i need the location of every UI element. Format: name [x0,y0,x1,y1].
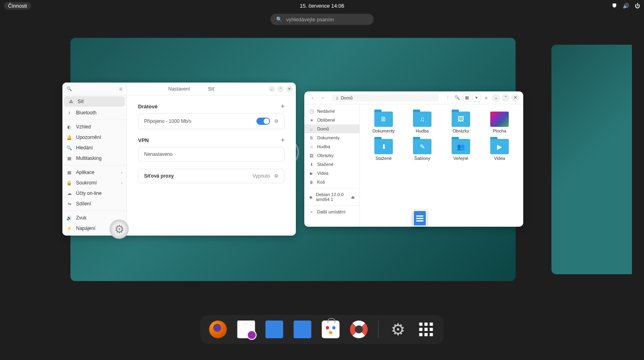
home-icon: ⌂ [336,95,339,100]
volume-icon[interactable]: 🔊 [623,3,629,9]
sidebar-item-soukromí[interactable]: 🔒Soukromí› [62,178,126,188]
activities-button[interactable]: Činnosti [4,2,31,10]
dock-show-apps[interactable] [417,321,435,338]
vpn-section-title: VPN [138,137,149,143]
files-sidebar-nedávné[interactable]: 🕒Nedávné [304,107,359,116]
maximize-icon[interactable]: ⌃ [277,86,284,92]
dock-help[interactable] [350,321,368,338]
dock-files[interactable] [294,321,312,338]
minimize-icon[interactable]: ⌄ [268,86,275,92]
sidebar-item-vzhled[interactable]: ◐Vzhled [62,122,126,132]
files-app-icon [413,210,427,226]
sidebar-item-aplikace[interactable]: ▦Aplikace› [62,167,126,178]
folder-icon: ▶ [490,139,509,154]
forward-button[interactable]: › [319,94,327,102]
icon: ◐ [66,124,72,130]
files-sidebar-dokumenty[interactable]: 🗎Dokumenty [304,133,359,142]
folder-icon: 🗎 [374,112,393,127]
sidebar-item-sdílení[interactable]: ⇋Sdílení [62,199,126,209]
add-vpn-button[interactable]: + [281,137,285,144]
eject-icon[interactable]: ⏏ [351,195,355,199]
files-sidebar-hudba[interactable]: ♫Hudba [304,142,359,151]
wired-section-title: Drátové [138,103,157,110]
power-icon[interactable]: ⏻ [635,3,640,9]
location-label: Domů [341,95,353,100]
privacy-icon[interactable]: ⛊ [612,3,617,9]
files-search-icon[interactable]: 🔍 [453,94,461,102]
files-sidebar-videa[interactable]: ▶Videa [304,169,359,178]
icon: 🖧 [68,99,74,104]
datetime-label[interactable]: 15. července 14:06 [300,3,345,9]
icon: ⇋ [66,201,72,207]
files-sidebar-stažené[interactable]: ⬇Stažené [304,160,359,169]
add-wired-button[interactable]: + [281,103,285,110]
files-sidebar-obrázky[interactable]: 🖼Obrázky [304,151,359,160]
sidebar-item-bluetooth[interactable]: ᚼBluetooth [62,108,126,118]
files-close-icon[interactable]: ✕ [511,94,519,102]
folder-icon: 👥 [452,139,470,154]
folder-videa[interactable]: ▶Videa [484,139,515,161]
search-icon: 🔍 [276,17,282,22]
icon: ▦ [66,156,72,161]
sidebar-other-locations[interactable]: + Další umístění [304,207,359,216]
icon: 🔔 [66,135,72,140]
folder-veřejné[interactable]: 👥Veřejné [445,139,477,161]
files-min-icon[interactable]: ⌄ [492,94,500,102]
files-sidebar-oblíbené[interactable]: ★Oblíbené [304,116,359,124]
files-window[interactable]: ‹ › ⌂ Domů ⋮ 🔍 ▦ ▾ ≡ ⌄ ⌃ ✕ 🕒Nedávné★Oblí… [304,91,523,227]
dock-settings[interactable]: ⚙ [389,321,407,338]
proxy-settings-icon[interactable]: ⚙ [274,173,279,179]
settings-app-icon: ⚙ [109,219,129,239]
icon: ▦ [66,170,72,175]
files-max-icon[interactable]: ⌃ [502,94,510,102]
vpn-status: Nenastaveno [144,151,173,157]
settings-window[interactable]: 🔍 Nastavení ≡ 🖧SíťᚼBluetooth ◐Vzhled🔔Upo… [62,83,296,236]
view-list-icon[interactable]: ≡ [482,94,490,102]
wired-toggle[interactable] [256,118,270,125]
hamburger-icon[interactable]: ≡ [119,86,122,92]
sidebar-item-účty on-line[interactable]: ☁Účty on-line [62,188,126,199]
files-header: ‹ › ⌂ Domů ⋮ 🔍 ▦ ▾ ≡ ⌄ ⌃ ✕ [304,91,523,104]
proxy-row[interactable]: Síťová proxy Vypnuto ⚙ [138,169,285,183]
sidebar-item-síť[interactable]: 🖧Síť [64,96,125,107]
files-sidebar-koš[interactable]: 🗑Koš [304,178,359,186]
dock-firefox[interactable] [209,321,227,338]
folder-hudba[interactable]: ♫Hudba [407,112,438,133]
workspace-2[interactable] [551,45,632,274]
view-dropdown-icon[interactable]: ▾ [473,94,481,102]
folder-icon [490,112,509,127]
icon: 🔒 [66,180,72,186]
top-bar: Činnosti 15. července 14:06 ⛊ 🔊 ⏻ [0,0,644,11]
folder-stažené[interactable]: ⬇Stažené [368,139,399,161]
folder-dokumenty[interactable]: 🗎Dokumenty [368,112,399,133]
sidebar-item-hledání[interactable]: 🔍Hledání [62,143,126,153]
folder-šablony[interactable]: ✎Šablony [407,139,438,161]
vpn-row[interactable]: Nenastaveno [138,147,285,161]
dock-software[interactable] [322,321,340,338]
location-bar[interactable]: ⌂ Domů [332,94,439,101]
system-tray: ⛊ 🔊 ⏻ [612,3,640,9]
chevron-right-icon: › [121,181,122,185]
sidebar-item-multitasking[interactable]: ▦Multitasking [62,153,126,163]
view-grid-icon[interactable]: ▦ [463,94,471,102]
sidebar-disk[interactable]: ◉ Debian 12.0.0 amd64 1 ⏏ [304,190,359,204]
folder-icon: 🖼 [452,112,470,127]
settings-search-icon[interactable]: 🔍 [66,86,72,91]
files-sidebar-domů[interactable]: ⌂Domů [304,124,359,133]
folder-icon: ♫ [413,112,431,127]
icon: ᚼ [66,110,72,115]
search-bar[interactable]: 🔍 vyhledávejte psaním [270,14,374,25]
wired-connection-row[interactable]: Připojeno - 1000 Mb/s ⚙ [138,113,285,129]
icon: ☁ [66,191,72,196]
sidebar-item-upozornění[interactable]: 🔔Upozornění [62,132,126,143]
wired-settings-icon[interactable]: ⚙ [274,118,279,124]
close-icon[interactable]: ✕ [286,86,293,92]
dock-evolution[interactable] [237,321,255,338]
proxy-status: Vypnuto [252,173,270,179]
folder-plocha[interactable]: Plocha [484,112,515,133]
folder-obrázky[interactable]: 🖼Obrázky [445,112,477,133]
dock-libreoffice[interactable] [266,321,283,338]
files-menu-icon[interactable]: ⋮ [444,94,452,102]
icon: ⚡ [66,226,72,231]
back-button[interactable]: ‹ [308,94,316,102]
